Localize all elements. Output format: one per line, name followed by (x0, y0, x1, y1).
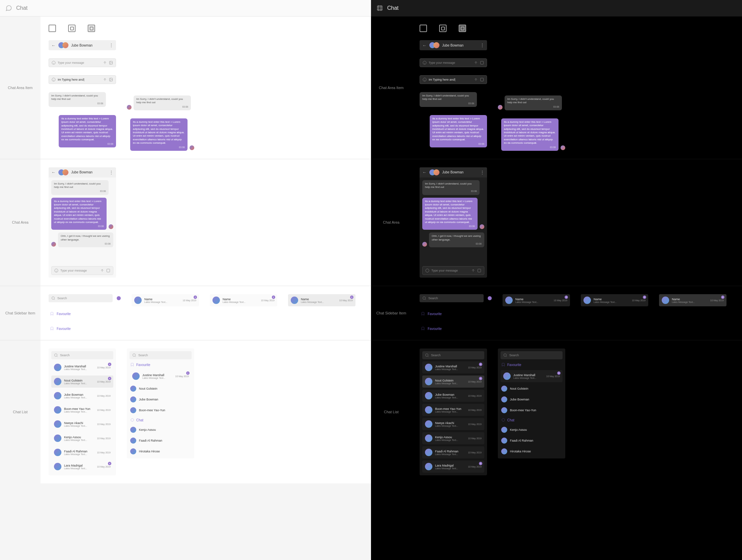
simple-contact[interactable]: Faadi Al Rahman (501, 436, 563, 445)
image-icon[interactable] (477, 269, 481, 273)
simple-contact[interactable]: Kenjo Assou (130, 425, 192, 434)
contact-item[interactable]: Justine MarshallLates Message Text...410… (130, 370, 192, 382)
contact-item-selected[interactable]: NameLates Message Text... 4 10 May 2019 (288, 294, 355, 306)
bookmark-icon (421, 327, 425, 331)
contact-item-selected[interactable]: NameLates Message Text...410 May 2019 (659, 294, 726, 306)
image-icon[interactable] (480, 61, 484, 65)
search-icon (51, 296, 55, 300)
density-large[interactable] (459, 25, 466, 32)
list-section-header[interactable]: Favourite (130, 361, 192, 368)
attach-icon[interactable] (103, 78, 107, 82)
image-icon[interactable] (106, 269, 110, 273)
chat-list-panel: SearchJustine MarshallLates Message Text… (49, 348, 116, 475)
simple-contact[interactable]: Faadi Al Rahman (130, 436, 192, 445)
message-input-typing[interactable]: Im Typing here and (49, 75, 116, 84)
density-compact[interactable] (420, 25, 427, 32)
contact-item[interactable]: Lara MadrigalLates Message Text...410 Ma… (422, 460, 484, 473)
message-input-empty[interactable]: Type your message (420, 58, 487, 67)
message-input[interactable]: Type your message (422, 266, 484, 275)
message-input[interactable]: Type your message (51, 266, 113, 275)
message-incoming-avatar: Im Sorry, I didn't understand, could you… (127, 95, 194, 110)
simple-contact[interactable]: Boon-mee Yao-Yun (130, 406, 192, 415)
section-chat-area: Chat Area ← Jube Bowman ⋮ Im Sorry, I di… (371, 159, 742, 286)
favourite-header[interactable]: Favourite (420, 325, 492, 332)
contact-item[interactable]: Justine MarshallLates Message Text...410… (422, 361, 484, 373)
attach-icon[interactable] (471, 269, 475, 273)
contact-item[interactable]: Nout GolsteinLates Message Text...410 Ma… (51, 375, 113, 388)
pane-header: Chat (0, 0, 371, 16)
emoji-icon[interactable] (423, 78, 427, 82)
search-input[interactable]: Search (51, 351, 113, 359)
contact-item[interactable]: Faadi Al RahmanLates Message Text...10 M… (422, 446, 484, 458)
avatar (130, 396, 136, 402)
list-section-header[interactable]: Favourite (501, 361, 563, 368)
more-icon[interactable]: ⋮ (109, 43, 113, 48)
contact-item[interactable]: Jube BowmanLates Message Text...10 May 2… (422, 390, 484, 402)
density-medium[interactable] (439, 25, 447, 32)
density-compact[interactable] (49, 25, 56, 32)
emoji-icon[interactable] (52, 78, 56, 82)
favourite-header[interactable]: Favourite (49, 325, 121, 332)
contact-item[interactable]: NameLates Message Text...410 May 2019 (581, 294, 648, 306)
simple-contact[interactable]: Hirotaka Hirose (130, 447, 192, 456)
svg-point-0 (52, 61, 55, 64)
contact-item[interactable]: Justine MarshallLates Message Text...410… (501, 370, 563, 382)
simple-contact[interactable]: Boon-mee Yao-Yun (501, 406, 563, 415)
emoji-icon[interactable] (54, 269, 58, 273)
density-medium[interactable] (68, 25, 76, 32)
list-section-header[interactable]: Chat (130, 417, 192, 423)
contact-item[interactable]: Boon-mee Yao-YunLates Message Text...10 … (51, 404, 113, 416)
contact-item[interactable]: Kenjo AssouLates Message Text...10 May 2… (51, 432, 113, 444)
emoji-icon[interactable] (423, 61, 427, 65)
more-icon[interactable]: ⋮ (480, 43, 484, 48)
message-input-empty[interactable]: Type your message (49, 58, 116, 67)
image-icon[interactable] (109, 61, 113, 65)
back-icon[interactable]: ← (51, 43, 56, 48)
attach-icon[interactable] (100, 269, 104, 273)
svg-line-34 (506, 356, 507, 357)
search-input[interactable]: Search (501, 351, 563, 359)
image-icon[interactable] (109, 78, 113, 82)
emoji-icon[interactable] (425, 269, 429, 273)
more-icon[interactable]: ⋮ (480, 170, 484, 175)
back-icon[interactable]: ← (422, 170, 427, 175)
back-icon[interactable]: ← (422, 43, 427, 48)
list-section-header[interactable]: Chat (501, 417, 563, 423)
favourite-header[interactable]: Favourite (420, 310, 492, 317)
svg-point-23 (423, 61, 426, 64)
contact-item[interactable]: Jube BowmanLates Message Text...10 May 2… (51, 390, 113, 402)
simple-contact[interactable]: Jube Bowman (501, 395, 563, 404)
image-icon[interactable] (480, 78, 484, 82)
simple-contact[interactable]: Kenjo Assou (501, 425, 563, 434)
attach-icon[interactable] (103, 61, 107, 65)
simple-contact[interactable]: Jube Bowman (130, 395, 192, 404)
back-icon[interactable]: ← (51, 170, 56, 175)
simple-contact[interactable]: Nout Golstein (501, 384, 563, 393)
search-input[interactable]: Search (420, 294, 484, 302)
contact-item[interactable]: Lara MadrigalLates Message Text...410 Ma… (51, 460, 113, 473)
attach-icon[interactable] (474, 61, 478, 65)
contact-item[interactable]: Nweye AkachiLates Message Text...10 May … (422, 418, 484, 430)
search-input[interactable]: Search (130, 351, 192, 359)
attach-icon[interactable] (474, 78, 478, 82)
contact-item[interactable]: Boon-mee Yao-YunLates Message Text...10 … (422, 404, 484, 416)
contact-item[interactable]: NameLates Message Text... 4 10 May 2019 (132, 294, 199, 306)
svg-line-17 (135, 356, 136, 357)
favourite-header[interactable]: Favourite (49, 310, 121, 317)
simple-contact[interactable]: Nout Golstein (130, 384, 192, 393)
contact-item[interactable]: Kenjo AssouLates Message Text...10 May 2… (422, 432, 484, 444)
density-large[interactable] (88, 25, 95, 32)
emoji-icon[interactable] (52, 61, 56, 65)
contact-item[interactable]: Faadi Al RahmanLates Message Text...10 M… (51, 446, 113, 458)
contact-item[interactable]: NameLates Message Text... 4 10 May 2019 (210, 294, 277, 306)
more-icon[interactable]: ⋮ (109, 170, 113, 175)
search-input[interactable]: Search (422, 351, 484, 359)
message-input-typing[interactable]: Im Typing here and (420, 75, 487, 84)
chat-list-panel-fav: SearchFavouriteJustine MarshallLates Mes… (127, 348, 194, 458)
simple-contact[interactable]: Hirotaka Hirose (501, 447, 563, 456)
contact-item[interactable]: Nout GolsteinLates Message Text...410 Ma… (422, 375, 484, 388)
search-input[interactable]: Search (49, 294, 113, 302)
contact-item[interactable]: Nweye AkachiLates Message Text...10 May … (51, 418, 113, 430)
contact-item[interactable]: Justine MarshallLates Message Text...410… (51, 361, 113, 373)
contact-item[interactable]: NameLates Message Text...410 May 2019 (503, 294, 570, 306)
